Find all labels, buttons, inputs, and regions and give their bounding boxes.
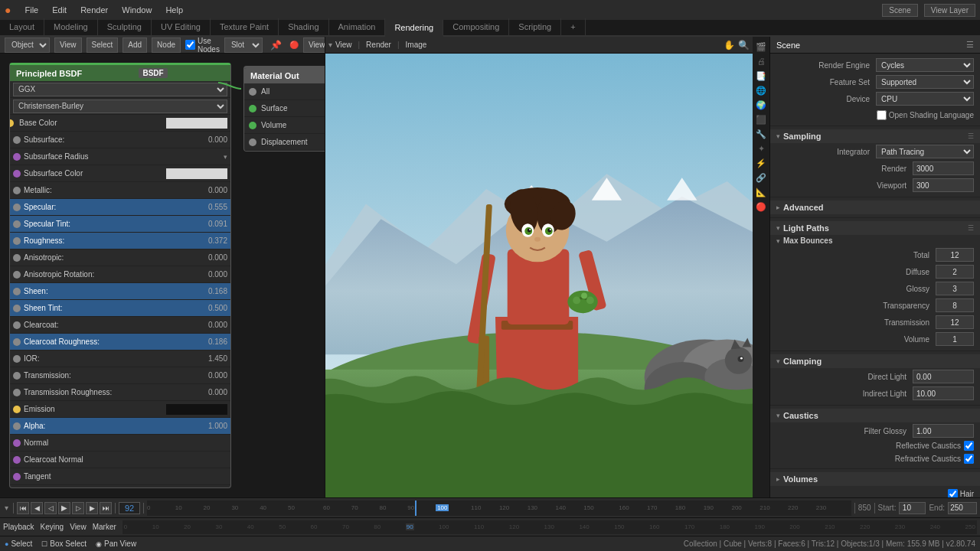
pin-icon[interactable]: 📌	[270, 40, 282, 51]
render-samples-input[interactable]	[913, 161, 974, 175]
base-color-swatch[interactable]	[166, 118, 227, 129]
transmission-bounce-value[interactable]: 12	[936, 315, 974, 329]
menu-help[interactable]: Help	[162, 4, 186, 16]
filter-glossy-input[interactable]	[913, 424, 974, 438]
timeline-editor-type[interactable]: ▾	[3, 502, 10, 514]
glossy-value[interactable]: 3	[936, 282, 974, 295]
start-frame-input[interactable]	[899, 502, 926, 514]
sampling-header[interactable]: ▾ Sampling ☰	[770, 129, 980, 143]
menu-edit[interactable]: Edit	[49, 4, 70, 16]
next-frame-btn[interactable]: ▶	[86, 502, 98, 514]
editor-type-select[interactable]: Object	[5, 37, 50, 53]
render-icon[interactable]: 🔴	[289, 41, 299, 49]
scene-props-icon[interactable]: 🌐	[754, 83, 768, 97]
prev-keyframe-btn[interactable]: ◁	[44, 502, 57, 514]
view-layer-selector[interactable]: View Layer	[924, 4, 975, 17]
view-menu[interactable]: View	[54, 37, 82, 53]
feature-set-select[interactable]: Supported	[876, 75, 974, 89]
constraints-props-icon[interactable]: 🔗	[754, 171, 768, 184]
timeline-ruler[interactable]: 0 10 20 30 40 50 60 70 80 90 100 110 120…	[147, 500, 851, 516]
menu-render[interactable]: Render	[77, 4, 111, 16]
open-shading-toggle[interactable]: Open Shading Language	[877, 110, 974, 120]
render-toolbar: ▾ View | Render | Image ✋ 🔍	[325, 37, 753, 54]
total-value[interactable]: 12	[936, 248, 974, 262]
output-props-icon[interactable]: 🖨	[754, 54, 768, 68]
node-menu[interactable]: Node	[152, 37, 181, 53]
tab-add[interactable]: +	[561, 18, 585, 35]
scene-selector[interactable]: Scene	[882, 4, 917, 17]
hair-toggle[interactable]: Hair	[948, 489, 974, 498]
light-paths-header[interactable]: ▾ Light Paths ☰	[770, 221, 980, 235]
select-status[interactable]: ● Select	[5, 540, 32, 548]
tab-shading[interactable]: Shading	[279, 18, 328, 35]
marker-menu[interactable]: Marker	[93, 523, 116, 531]
caustics-header[interactable]: ▾ Caustics	[770, 409, 980, 422]
add-menu[interactable]: Add	[122, 37, 147, 53]
volume-value[interactable]: 1	[936, 332, 974, 346]
next-keyframe-btn[interactable]: ▷	[72, 502, 84, 514]
clamping-header[interactable]: ▾ Clamping	[770, 354, 980, 368]
subsurface-color-swatch[interactable]	[166, 168, 227, 179]
end-frame-input[interactable]	[948, 502, 977, 514]
tab-compositing[interactable]: Compositing	[443, 18, 509, 35]
world-props-icon[interactable]: 🌍	[754, 98, 768, 112]
data-props-icon[interactable]: 📐	[754, 185, 768, 199]
physics-props-icon[interactable]: ⚡	[754, 156, 768, 170]
sampling-options-icon[interactable]: ☰	[968, 132, 974, 140]
view-layer-icon[interactable]: 📑	[754, 69, 768, 83]
render-slot-label[interactable]: Render	[366, 41, 391, 49]
transparency-value[interactable]: 8	[936, 298, 974, 312]
properties-options-icon[interactable]: ☰	[966, 40, 974, 50]
particles-props-icon[interactable]: ✦	[754, 142, 768, 155]
tab-sculpting[interactable]: Sculpting	[98, 18, 152, 35]
tab-layout[interactable]: Layout	[0, 18, 44, 35]
specular-tint-dot	[13, 220, 21, 228]
box-select-status[interactable]: ☐ Box Select	[41, 540, 87, 548]
zoom-tool-icon[interactable]: 🔍	[738, 40, 750, 51]
render-image-btn[interactable]: Image	[406, 41, 427, 49]
select-menu[interactable]: Select	[87, 37, 119, 53]
tab-rendering[interactable]: Rendering	[385, 20, 443, 37]
current-frame-display[interactable]: 92	[119, 502, 140, 514]
tab-modeling[interactable]: Modeling	[44, 18, 98, 35]
reflective-caustics-checkbox[interactable]	[964, 441, 974, 451]
device-select[interactable]: CPU	[876, 92, 974, 106]
render-view-btn[interactable]: View	[335, 41, 352, 49]
refractive-caustics-checkbox[interactable]	[964, 454, 974, 464]
tab-texture-paint[interactable]: Texture Paint	[211, 18, 279, 35]
jump-start-btn[interactable]: ⏮	[17, 502, 29, 514]
jump-end-btn[interactable]: ⏭	[100, 502, 112, 514]
menu-window[interactable]: Window	[119, 4, 155, 16]
prev-frame-btn[interactable]: ◀	[31, 502, 43, 514]
volumes-header[interactable]: ▸ Volumes	[770, 472, 980, 486]
menu-file[interactable]: File	[21, 4, 41, 16]
keyframe-ruler[interactable]: 0 10 20 30 40 50 60 70 80 90 100 110 120…	[122, 520, 977, 534]
use-nodes-toggle[interactable]: Use Nodes	[185, 37, 220, 54]
hand-tool-icon[interactable]: ✋	[724, 40, 735, 51]
view3-btn[interactable]: View	[303, 37, 325, 53]
viewport-samples-input[interactable]	[913, 178, 974, 192]
tab-animation[interactable]: Animation	[329, 18, 386, 35]
keying-menu[interactable]: Keying	[41, 523, 64, 531]
integrator-select[interactable]: Path Tracing	[876, 145, 974, 158]
material-props-icon[interactable]: 🔴	[754, 200, 768, 214]
play-btn[interactable]: ▶	[58, 502, 70, 514]
render-engine-select[interactable]: Cycles	[876, 58, 974, 72]
slot-select[interactable]: Slot 1	[224, 37, 263, 53]
tab-uv-editing[interactable]: UV Editing	[152, 18, 211, 35]
max-bounces-header[interactable]: ▾ Max Bounces	[770, 235, 980, 246]
render-props-icon[interactable]: 🎬	[754, 40, 768, 54]
diffuse-value[interactable]: 2	[936, 265, 974, 279]
direct-light-input[interactable]	[913, 370, 974, 383]
subsurface-method-select[interactable]: Christensen-Burley	[13, 99, 227, 113]
distribution-select[interactable]: GGX	[13, 83, 227, 96]
advanced-header[interactable]: ▸ Advanced	[770, 201, 980, 214]
emission-swatch[interactable]	[166, 404, 227, 415]
object-props-icon[interactable]: ⬛	[754, 112, 768, 126]
playback-menu[interactable]: Playback	[3, 523, 34, 531]
light-paths-options-icon[interactable]: ☰	[968, 224, 974, 232]
tab-scripting[interactable]: Scripting	[509, 18, 561, 35]
modifier-props-icon[interactable]: 🔧	[754, 127, 768, 141]
indirect-light-input[interactable]	[913, 386, 974, 400]
view-menu-timeline[interactable]: View	[70, 523, 87, 531]
